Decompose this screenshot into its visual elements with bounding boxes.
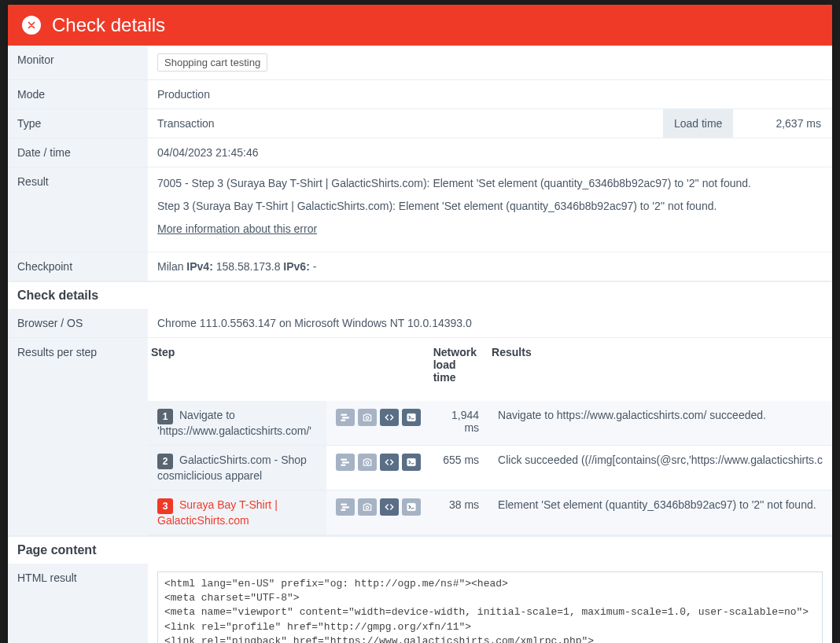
value-browseros: Chrome 111.0.5563.147 on Microsoft Windo…	[148, 309, 832, 338]
label-type: Type	[8, 109, 148, 138]
label-result: Result	[8, 167, 148, 252]
table-row: 3 Suraya Bay T-Shirt | GalacticShirts.co…	[148, 491, 832, 535]
svg-rect-11	[342, 506, 348, 508]
step-time: 655 ms	[430, 446, 488, 491]
step-time: 1,944 ms	[430, 401, 488, 446]
label-checkpoint: Checkpoint	[8, 252, 148, 281]
step-number-badge: 1	[157, 409, 173, 424]
monitor-tag[interactable]: Shopping cart testing	[157, 53, 267, 72]
value-type: Transaction	[157, 109, 215, 138]
step-result: Element 'Set element (quantity_6346b8b92…	[488, 491, 832, 535]
details-table: Browser / OS Chrome 111.0.5563.147 on Mi…	[8, 309, 832, 536]
table-row: 2 GalacticShirts.com - Shop cosmicliciou…	[148, 446, 832, 491]
more-info-link[interactable]: More information about this error	[157, 222, 317, 235]
svg-point-13	[366, 506, 369, 509]
value-mode: Production	[148, 80, 832, 109]
waterfall-icon[interactable]	[336, 498, 355, 516]
step-number-badge: 2	[157, 454, 173, 469]
camera-icon[interactable]	[358, 409, 377, 426]
label-mode: Mode	[8, 80, 148, 109]
svg-point-8	[366, 461, 369, 465]
step-label-line2[interactable]: cosmiclicious apparel	[157, 469, 317, 482]
step-label[interactable]: Suraya Bay T-Shirt |	[179, 498, 278, 511]
step-icon-bar	[336, 498, 421, 516]
svg-rect-0	[341, 414, 346, 416]
modal-header: Check details	[8, 5, 832, 46]
value-datetime: 04/04/2023 21:45:46	[148, 138, 832, 167]
close-icon[interactable]	[22, 16, 41, 35]
loadtime-label: Load time	[663, 109, 733, 138]
svg-rect-4	[407, 413, 415, 421]
svg-rect-7	[341, 465, 344, 466]
col-step: Step	[148, 338, 326, 401]
section-page-content: Page content	[8, 536, 832, 564]
step-label-line2[interactable]: GalacticShirts.com	[157, 514, 317, 527]
check-details-modal: Check details Monitor Shopping cart test…	[8, 5, 832, 643]
step-time: 38 ms	[430, 491, 488, 535]
result-text: 7005 - Step 3 (Suraya Bay T-Shirt | Gala…	[157, 175, 823, 237]
svg-rect-10	[341, 504, 346, 505]
waterfall-icon[interactable]	[336, 409, 355, 426]
step-label-line2[interactable]: 'https://www.galacticshirts.com/'	[157, 424, 317, 437]
modal-title: Check details	[52, 14, 165, 36]
label-html-result: HTML result	[8, 564, 148, 643]
svg-rect-5	[341, 459, 346, 461]
camera-icon[interactable]	[358, 454, 377, 471]
loadtime-value: 2,637 ms	[764, 109, 832, 138]
code-icon[interactable]	[380, 498, 399, 516]
section-check-details: Check details	[8, 281, 832, 309]
svg-rect-1	[342, 417, 348, 418]
console-icon[interactable]	[402, 454, 421, 471]
step-label[interactable]: GalacticShirts.com - Shop	[179, 454, 307, 466]
label-results-per-step: Results per step	[8, 338, 148, 536]
svg-rect-6	[342, 461, 348, 463]
pagecontent-table: HTML result <html lang="en-US" prefix="o…	[8, 564, 832, 643]
label-datetime: Date / time	[8, 138, 148, 167]
step-icon-bar	[336, 454, 421, 471]
code-icon[interactable]	[380, 454, 399, 471]
console-icon[interactable]	[402, 498, 421, 516]
label-browseros: Browser / OS	[8, 309, 148, 338]
value-checkpoint: Milan IPv4: 158.58.173.8 IPv6: -	[148, 252, 832, 281]
col-network: Network load time	[430, 338, 488, 401]
code-icon[interactable]	[380, 409, 399, 426]
steps-table: Step Network load time Results 1 Navigat…	[148, 338, 832, 535]
step-number-badge: 3	[157, 498, 173, 514]
console-icon[interactable]	[402, 409, 421, 426]
svg-rect-14	[407, 503, 415, 510]
html-result-code[interactable]: <html lang="en-US" prefix="og: http://og…	[157, 571, 823, 643]
label-monitor: Monitor	[8, 46, 148, 80]
col-results: Results	[488, 338, 832, 401]
table-row: 1 Navigate to 'https://www.galacticshirt…	[148, 401, 832, 446]
step-result: Click succeeded ((//img[contains(@src,'h…	[488, 446, 832, 491]
step-label[interactable]: Navigate to	[179, 409, 235, 421]
step-result: Navigate to https://www.galacticshirts.c…	[488, 401, 832, 446]
camera-icon[interactable]	[358, 498, 377, 516]
svg-rect-9	[407, 458, 415, 465]
svg-rect-12	[341, 509, 344, 511]
waterfall-icon[interactable]	[336, 454, 355, 471]
svg-rect-2	[341, 420, 344, 421]
svg-point-3	[366, 417, 369, 420]
summary-table: Monitor Shopping cart testing Mode Produ…	[8, 46, 832, 281]
step-icon-bar	[336, 409, 421, 426]
